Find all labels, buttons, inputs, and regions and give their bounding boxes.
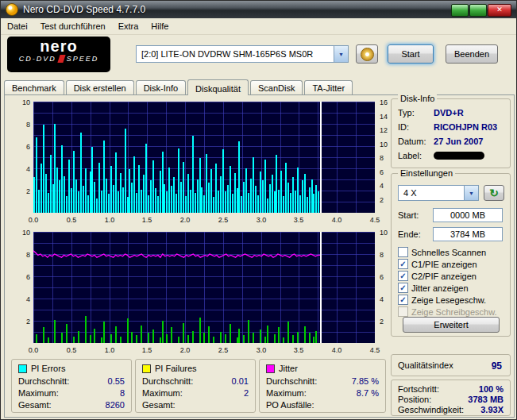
pi-errors-swatch (18, 364, 27, 373)
app-window: Nero CD-DVD Speed 4.7.7.0 ✕ Datei Test d… (0, 0, 517, 420)
chevron-down-icon[interactable]: ▼ (334, 46, 348, 62)
refresh-button[interactable]: ↻ (484, 185, 504, 201)
disc-icon (361, 48, 374, 61)
stat-row: Durchschnitt:0.01 (142, 376, 249, 386)
checkbox-schnelles-scannen[interactable]: ✓ Schnelles Scannen (398, 247, 486, 257)
disk-id-row: ID: RICOHJPN R03 (398, 122, 497, 132)
jitter-chart-left-axis: 108642 (11, 232, 32, 343)
tab-disk-info[interactable]: Disk-Info (136, 80, 186, 94)
position-value: 3783 MB (468, 395, 503, 404)
stat-row: Maximum:8 (18, 388, 125, 398)
speed-select[interactable]: 4 X ▼ (398, 185, 479, 201)
logo-text-cddvd: CD-DVD (19, 55, 56, 63)
pi-failures-stats-header: PI Failures (142, 364, 197, 373)
jitter-chart-x-axis: 0.00.51.01.52.02.53.03.54.04.5 (33, 345, 375, 355)
tab-diskqualitaet[interactable]: Diskqualität (187, 79, 249, 95)
checkbox-box: ✓ (398, 283, 408, 293)
checkbox-zeige-schreibgeschw[interactable]: ✓ Zeige Schreibgeschw. (398, 306, 497, 317)
tab-strip: Benchmark Disk erstellen Disk-Info Diskq… (4, 77, 354, 94)
progress-box: Fortschritt: 100 % Position: 3783 MB Ges… (391, 380, 511, 416)
window-title: Nero CD-DVD Speed 4.7.7.0 (23, 4, 145, 15)
jitter-stats-header: Jitter (266, 364, 298, 373)
quality-index-value: 95 (492, 360, 502, 372)
tab-benchmark[interactable]: Benchmark (4, 80, 64, 94)
check-icon: ✓ (399, 296, 406, 304)
stat-row: Durchschnitt:0.55 (18, 376, 125, 386)
position-row: Position: 3783 MB (398, 395, 503, 404)
disk-label-row: Label: (398, 151, 484, 160)
logo-bolt-icon (57, 55, 65, 63)
disc-info-button[interactable] (356, 44, 378, 64)
title-bar: Nero CD-DVD Speed 4.7.7.0 ✕ (1, 1, 516, 18)
pi-failures-stats-box: PI Failures Durchschnitt:0.01 Maximum:2 … (135, 359, 256, 413)
speed-select-value: 4 X (399, 188, 464, 198)
pi-errors-chart (33, 102, 375, 213)
menu-item-datei[interactable]: Datei (1, 19, 34, 33)
stat-row: Maximum:8.7 % (266, 388, 379, 398)
chevron-down-icon[interactable]: ▼ (464, 186, 478, 200)
end-position-label: Ende: (398, 229, 421, 239)
stat-row: Durchschnitt:7.85 % (266, 376, 379, 386)
close-button[interactable]: ✕ (488, 4, 511, 17)
stat-row: Gesamt: (142, 400, 249, 410)
checkbox-jitter-anzeigen[interactable]: ✓ Jitter anzeigen (398, 283, 469, 293)
minimize-button[interactable] (451, 4, 469, 17)
jitter-stats-box: Jitter Durchschnitt:7.85 % Maximum:8.7 %… (259, 359, 386, 413)
pi-errors-stats-header: PI Errors (18, 364, 65, 373)
quit-button[interactable]: Beenden (446, 44, 498, 64)
check-icon: ✓ (399, 260, 406, 268)
jitter-chart (33, 232, 375, 343)
check-icon: ✓ (399, 284, 406, 292)
start-position-label: Start: (398, 210, 419, 220)
settings-title: Einstellungen (398, 168, 455, 178)
stat-row: Maximum:2 (142, 388, 249, 398)
start-button[interactable]: Start (388, 44, 434, 64)
disk-type-row: Typ: DVD+R (398, 108, 464, 118)
menu-item-extra[interactable]: Extra (112, 19, 145, 33)
checkbox-zeige-lesegeschw[interactable]: ✓ Zeige Lesegeschw. (398, 295, 486, 305)
close-icon: ✕ (496, 6, 503, 13)
menu-item-hilfe[interactable]: Hilfe (145, 19, 175, 33)
checkbox-box: ✓ (398, 247, 408, 257)
disk-id-value: RICOHJPN R03 (434, 122, 497, 132)
progress-value: 100 % (479, 384, 503, 394)
jitter-swatch (266, 364, 275, 373)
disk-info-title: Disk-Info (398, 94, 437, 103)
tab-disk-erstellen[interactable]: Disk erstellen (66, 80, 134, 94)
quality-index-row: Qualitätsindex 95 (398, 360, 502, 372)
redacted-label (434, 152, 484, 160)
stat-row: Gesamt:8260 (18, 400, 125, 410)
drive-select-value: [2:0] LITE-ON DVDRW SHM-165P6S MS0R (137, 49, 334, 59)
checkbox-box: ✓ (398, 271, 408, 281)
advanced-button[interactable]: Erweitert (403, 317, 500, 333)
checkbox-c2-pif-anzeigen[interactable]: ✓ C2/PIF anzeigen (398, 271, 476, 281)
refresh-icon: ↻ (489, 187, 499, 198)
start-position-input[interactable] (433, 208, 503, 222)
pi-errors-chart-x-axis: 0.00.51.01.52.02.53.03.54.04.5 (33, 215, 375, 225)
maximize-button[interactable] (469, 4, 487, 17)
quality-index-label: Qualitätsindex (398, 360, 453, 370)
menu-item-test-durchfuehren[interactable]: Test durchführen (34, 19, 112, 33)
pi-errors-stats-box: PI Errors Durchschnitt:0.55 Maximum:8 Ge… (11, 359, 132, 413)
disk-info-groupbox: Disk-Info Typ: DVD+R ID: RICOHJPN R03 Da… (391, 98, 511, 168)
tab-scandisk[interactable]: ScanDisk (250, 80, 303, 94)
menu-bar: Datei Test durchführen Extra Hilfe (1, 18, 516, 35)
speed-row: Geschwindigkeit: 3.93X (398, 405, 503, 414)
settings-groupbox: Einstellungen 4 X ▼ ↻ Start: Ende: ✓ Sch… (391, 173, 511, 337)
stat-row: PO Ausfälle: (266, 400, 379, 410)
tab-ta-jitter[interactable]: TA-Jitter (304, 80, 353, 94)
checkbox-c1-pie-anzeigen[interactable]: ✓ C1/PIE anzeigen (398, 259, 477, 269)
disk-type-value: DVD+R (434, 108, 464, 118)
toolbar: nero CD-DVD SPEED [2:0] LITE-ON DVDRW SH… (1, 34, 516, 77)
logo-text-nero: nero (7, 37, 110, 55)
speed-value: 3.93X (480, 405, 503, 414)
end-position-input[interactable] (433, 227, 503, 241)
nero-logo: nero CD-DVD SPEED (7, 37, 110, 72)
diskqualitaet-tab-page: 108642 161412108642 0.00.51.01.52.02.53.… (4, 94, 515, 418)
drive-select[interactable]: [2:0] LITE-ON DVDRW SHM-165P6S MS0R ▼ (136, 45, 349, 63)
disk-date-value: 27 Jun 2007 (434, 137, 483, 146)
checkbox-box: ✓ (398, 306, 408, 317)
checkbox-box: ✓ (398, 259, 408, 269)
checkbox-box: ✓ (398, 295, 408, 305)
check-icon: ✓ (399, 272, 406, 280)
